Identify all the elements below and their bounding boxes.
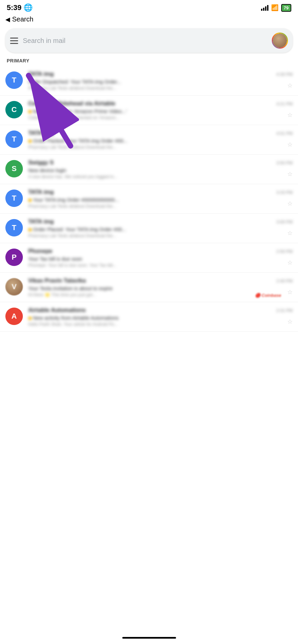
email-time: 4:30 PM <box>276 72 293 77</box>
email-content: Airtable Automations2:31 PMNew activity … <box>28 307 293 327</box>
email-sender: Celebrity Whitehead via Airtable <box>28 100 115 107</box>
email-avatar: V <box>5 278 23 296</box>
email-top-row: TATA img3:00 PM <box>28 218 293 225</box>
star-icon[interactable]: ☆ <box>287 318 293 325</box>
yellow-dot-icon <box>28 199 32 202</box>
email-content: Vikas Pravin Talavika2:40 PMYour Tesla i… <box>28 277 293 297</box>
email-time: 2:40 PM <box>276 278 293 283</box>
star-icon[interactable]: ☆ <box>287 141 293 148</box>
back-label: Search <box>12 15 33 23</box>
email-subject: Order Packed: Your TATA img Order #00... <box>28 138 293 144</box>
email-avatar: T <box>5 219 23 236</box>
yellow-dot-icon <box>28 110 32 113</box>
search-bar[interactable]: Search in mail <box>5 29 293 53</box>
email-item[interactable]: CCelebrity Whitehead via Airtable4:21 PM… <box>0 96 298 125</box>
email-content: TATA img4:30 PMOrder Dispatched: Your TA… <box>28 71 293 91</box>
email-avatar: T <box>5 190 23 207</box>
signal-icon <box>261 5 268 11</box>
email-preview: Pharmacy Lab Tests at/about Download the… <box>28 145 293 150</box>
email-sender: Airtable Automations <box>28 307 86 314</box>
menu-icon[interactable] <box>10 38 18 44</box>
email-time: 3:33 PM <box>276 190 293 195</box>
email-avatar: T <box>5 71 23 89</box>
email-sender: Vikas Pravin Talavika <box>28 277 86 284</box>
email-item[interactable]: TTATA img4:30 PMOrder Dispatched: Your T… <box>0 66 298 96</box>
star-icon[interactable]: ☆ <box>287 170 293 178</box>
home-indicator <box>0 630 298 644</box>
email-subject: Order Placed: Your TATA img Order #00... <box>28 226 293 232</box>
email-list: TTATA img4:30 PMOrder Dispatched: Your T… <box>0 66 298 332</box>
email-top-row: TATA img3:33 PM <box>28 189 293 196</box>
email-top-row: Celebrity Whitehead via Airtable4:21 PM <box>28 100 293 107</box>
email-preview: Hello Parth Shah, Your article for Andro… <box>28 322 293 327</box>
email-sender: Phonepe <box>28 248 52 255</box>
email-preview: Pharmacy Lab Tests at/about Download the… <box>28 233 293 238</box>
email-top-row: Phonepe2:50 PM <box>28 248 293 255</box>
email-preview: Phonepe: Your bill is due soon. Your Tax… <box>28 263 293 268</box>
email-sender: TATA img <box>28 130 54 137</box>
status-icons: 📶 79 <box>261 4 291 12</box>
email-content: TATA img3:33 PMYour TATA img Order #0000… <box>28 189 293 209</box>
email-time: 2:31 PM <box>276 308 293 313</box>
star-icon[interactable]: ☆ <box>287 259 293 266</box>
star-icon[interactable]: ☆ <box>287 200 293 207</box>
back-arrow-icon: ◀ <box>5 16 10 23</box>
email-time: 3:50 PM <box>276 160 293 165</box>
search-placeholder: Search in mail <box>23 37 267 45</box>
email-item[interactable]: SSwiggy S3:50 PMNew device loginA new de… <box>0 155 298 184</box>
email-sender: TATA img <box>28 189 54 196</box>
email-content: TATA img3:00 PMOrder Placed: Your TATA i… <box>28 218 293 238</box>
email-subject: New activity from Airtable Automations <box>28 315 293 321</box>
email-time: 4:01 PM <box>276 131 293 136</box>
star-icon[interactable]: ☆ <box>287 111 293 119</box>
email-preview: Hi there 🌟 This time you just got... <box>28 292 293 297</box>
back-nav[interactable]: ◀ Search <box>0 14 298 26</box>
globe-icon: 🌐 <box>24 3 33 12</box>
email-content: TATA img4:01 PMOrder Packed: Your TATA i… <box>28 130 293 150</box>
email-top-row: Airtable Automations2:31 PM <box>28 307 293 314</box>
battery-icon: 79 <box>281 4 291 12</box>
email-top-row: Swiggy S3:50 PM <box>28 159 293 166</box>
email-top-row: Vikas Pravin Talavika2:40 PM <box>28 277 293 284</box>
email-item[interactable]: PPhonepe2:50 PMYour Tax bill is due soon… <box>0 243 298 273</box>
section-label: PRIMARY <box>0 57 298 66</box>
user-avatar[interactable] <box>272 33 288 49</box>
star-icon[interactable]: ☆ <box>287 82 293 89</box>
email-item[interactable]: 🔴 CoinbaseVVikas Pravin Talavika2:40 PMY… <box>0 273 298 302</box>
email-item[interactable]: AAirtable Automations2:31 PMNew activity… <box>0 302 298 332</box>
star-icon[interactable]: ☆ <box>287 229 293 237</box>
email-time: 2:50 PM <box>276 249 293 254</box>
email-preview: Celebrity Whitehead commented on 'Amazon… <box>28 115 293 120</box>
email-avatar: T <box>5 130 23 148</box>
yellow-dot-icon <box>28 317 32 320</box>
status-bar: 5:39 🌐 📶 79 <box>0 0 298 14</box>
home-indicator-bar <box>122 637 176 639</box>
email-subject: Your Tax bill is due soon <box>28 256 293 262</box>
email-subject: Your TATA img Order #00000000000... <box>28 197 293 203</box>
email-time: 3:00 PM <box>276 219 293 224</box>
email-content: Swiggy S3:50 PMNew device loginA new dev… <box>28 159 293 179</box>
email-item[interactable]: TTATA img3:33 PMYour TATA img Order #000… <box>0 184 298 214</box>
email-top-row: TATA img4:01 PM <box>28 130 293 137</box>
star-icon[interactable]: ☆ <box>287 288 293 296</box>
email-time: 4:21 PM <box>276 101 293 106</box>
email-top-row: TATA img4:30 PM <box>28 71 293 77</box>
email-item[interactable]: TTATA img3:00 PMOrder Placed: Your TATA … <box>0 214 298 243</box>
email-item[interactable]: TTATA img4:01 PMOrder Packed: Your TATA … <box>0 125 298 155</box>
email-subject: New device login <box>28 167 293 173</box>
email-content: Phonepe2:50 PMYour Tax bill is due soonP… <box>28 248 293 268</box>
email-subject: Your Tesla invitation is about to expire <box>28 285 293 291</box>
status-time: 5:39 🌐 <box>7 3 33 12</box>
email-sender: TATA img <box>28 71 54 77</box>
email-subject: Order Dispatched: Your TATA img Order... <box>28 79 293 85</box>
yellow-dot-icon <box>28 228 32 231</box>
email-preview: A new device has. We noticed you logged … <box>28 174 293 179</box>
email-avatar: C <box>5 101 23 118</box>
email-subject: New comment on 'Amazon Prime Video...' <box>28 108 293 114</box>
wifi-icon: 📶 <box>271 4 279 11</box>
yellow-dot-icon <box>28 140 32 143</box>
email-avatar: S <box>5 160 23 177</box>
email-avatar: P <box>5 249 23 266</box>
email-sender: TATA img <box>28 218 54 225</box>
email-preview: Pharmacy Lab Tests at/about Download the… <box>28 204 293 209</box>
